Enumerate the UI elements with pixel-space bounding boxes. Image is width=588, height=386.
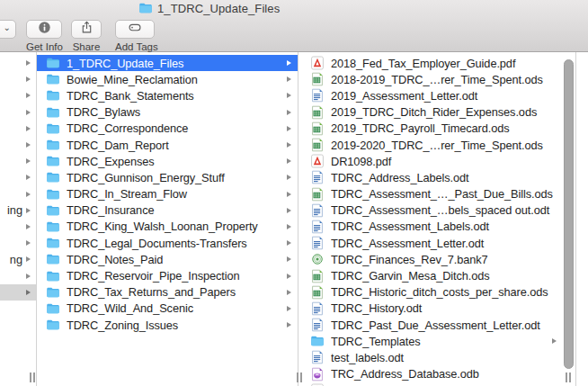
parent-folder-row[interactable] [0, 87, 36, 103]
parent-folder-row[interactable] [0, 169, 36, 185]
folder-row[interactable]: TDRC_Bylaws [37, 104, 298, 121]
add-tags-button[interactable] [115, 20, 155, 39]
file-name: TDRC_History.odt [331, 301, 575, 315]
folder-row[interactable]: TDRC_Correspondence [37, 121, 298, 137]
folder-row[interactable]: Bowie_Mine_Reclamation [37, 71, 298, 87]
folder-icon [46, 121, 60, 136]
share-icon [80, 21, 94, 38]
parent-folder-row[interactable] [0, 267, 36, 283]
file-row[interactable] [298, 382, 575, 386]
folder-row[interactable]: TDRC_Wild_And_Scenic [37, 301, 298, 317]
chevron-right-icon [287, 224, 291, 229]
folder-row[interactable]: 1_TDRC_Update_Files [37, 55, 298, 71]
folder-icon [46, 56, 60, 70]
add-tags-label: Add Tags [115, 41, 155, 52]
folder-row[interactable]: TDRC_Zoning_Issues [37, 317, 298, 333]
file-row[interactable]: TDRC_Historic_ditch_costs_per_share.ods [298, 284, 575, 301]
file-name: 2019_TDRC_Ditch_Rider_Expenses.ods [331, 105, 575, 119]
folder-name: TDRC_Expenses [67, 155, 281, 168]
chevron-right-icon [26, 256, 31, 262]
folder-icon [46, 88, 60, 103]
chevron-right-icon [287, 306, 291, 311]
chevron-right-icon [287, 208, 291, 213]
file-row[interactable]: 2018_Fed_Tax_Employer_Guide.pdf [298, 55, 575, 71]
folder-name: TDRC_Zoning_Issues [67, 319, 281, 332]
file-name: TRC_Address_Database.odb [331, 367, 575, 381]
file-row[interactable]: TDRC_Templates [298, 333, 575, 349]
folder-name: TDRC_In_Stream_Flow [67, 187, 281, 201]
folder-name: TDRC_Reservoir_Pipe_Inspection [67, 269, 281, 283]
file-row[interactable]: 2019_TDRC_Ditch_Rider_Expenses.ods [298, 104, 575, 121]
file-row[interactable]: TDRC_Assessment_…_Past_Due_Bills.ods [298, 186, 575, 202]
chevron-right-icon [287, 110, 291, 115]
parent-folder-row[interactable] [0, 235, 36, 251]
parent-folder-name-fragment: ng [10, 253, 22, 266]
file-row[interactable]: 2018-2019_TDRC_…rer_Time_Spent.ods [298, 71, 575, 87]
chevron-right-icon [26, 274, 31, 279]
folder-row[interactable]: TDRC_King_Walsh_Loonan_Property [37, 219, 298, 235]
folder-row[interactable]: TDRC_In_Stream_Flow [37, 186, 298, 202]
parent-folder-row[interactable] [0, 186, 36, 202]
folder-name: TDRC_Correspondence [67, 121, 281, 135]
folder-name: TDRC_Notes_Paid [67, 253, 281, 266]
parent-folder-row[interactable] [0, 104, 36, 121]
chevron-right-icon [26, 110, 31, 115]
file-name: 2019_Assessment_Letter.odt [331, 89, 575, 103]
parent-folder-row[interactable] [0, 284, 36, 301]
folder-name: TDRC_Wild_And_Scenic [67, 301, 281, 315]
file-row[interactable]: 2019_TDRC_Payroll_Timecard.ods [298, 121, 575, 137]
file-row[interactable]: TDRC_Past_Due_Assessment_Letter.odt [298, 317, 575, 333]
column-resize-handle[interactable] [566, 373, 573, 382]
parent-folder-row[interactable]: ing [0, 202, 36, 219]
folder-row[interactable]: TDRC_Tax_Returns_and_Papers [37, 284, 298, 301]
chevron-right-icon [287, 142, 291, 148]
column-resize-handle[interactable] [30, 373, 37, 382]
file-row[interactable]: DR1098.pdf [298, 153, 575, 169]
folder-row[interactable]: TDRC_Notes_Paid [37, 251, 298, 267]
folder-row[interactable]: TDRC_Dam_Report [37, 137, 298, 153]
file-row[interactable]: TDRC_Assessment_Labels.odt [298, 219, 575, 235]
titlebar[interactable]: 1_TDRC_Update_Files [0, 0, 588, 18]
parent-folder-row[interactable]: ng [0, 251, 36, 267]
folder-row[interactable]: TDRC_Bank_Statements [37, 87, 298, 103]
folder-row[interactable]: TDRC_Insurance [37, 202, 298, 219]
file-row[interactable]: TDRC_History.odt [298, 301, 575, 317]
folder-row[interactable]: TDRC_Reservoir_Pipe_Inspection [37, 267, 298, 283]
folder-row[interactable]: TDRC_Expenses [37, 153, 298, 169]
finder-window: 1_TDRC_Update_Files ⌄ th Get Info [0, 0, 588, 386]
file-row[interactable]: TDRC_Assessment_…bels_spaced out.odt [298, 202, 575, 219]
parent-folder-row[interactable] [0, 137, 36, 153]
files-column: 2018_Fed_Tax_Employer_Guide.pdf2018-2019… [298, 52, 576, 386]
odt-icon [310, 350, 325, 364]
parent-folder-row[interactable] [0, 121, 36, 137]
toolbar-partial-button[interactable]: ⌄ [0, 20, 16, 39]
file-name: TDRC_Historic_ditch_costs_per_share.ods [331, 285, 575, 299]
pdf-icon [310, 56, 325, 70]
file-name: TDRC_Assessment_Labels.odt [331, 220, 575, 233]
file-name: TDRC_Assessment_…bels_spaced out.odt [331, 203, 575, 217]
parent-folder-row[interactable] [0, 55, 36, 71]
file-row[interactable]: 2019-2020_TDRC_…rer_Time_Spent.ods [298, 137, 575, 153]
vertical-scrollbar-thumb[interactable] [564, 59, 574, 369]
file-row[interactable]: test_labels.odt [298, 349, 575, 365]
folder-row[interactable]: TDRC_Gunnison_Energy_Stuff [37, 169, 298, 185]
odt-icon [310, 220, 325, 234]
parent-folder-row[interactable] [0, 219, 36, 235]
file-row[interactable]: TDRC_Garvin_Mesa_Ditch.ods [298, 267, 575, 283]
parent-folder-row[interactable] [0, 153, 36, 169]
file-row[interactable]: TDRC_Assessment_Letter.odt [298, 235, 575, 251]
file-row[interactable]: TDRC_Address_Labels.odt [298, 169, 575, 185]
column-resize-handle[interactable] [297, 373, 304, 382]
chevron-right-icon [287, 60, 291, 66]
file-row[interactable]: TDRC_Finances_Rev_7.bank7 [298, 251, 575, 267]
folder-row[interactable]: TDRC_Legal_Documents-Transfers [37, 235, 298, 251]
file-row[interactable]: TRC_Address_Database.odb [298, 366, 575, 382]
folder-icon [46, 170, 60, 184]
get-info-button[interactable] [26, 20, 62, 39]
parent-folder-row[interactable] [0, 71, 36, 87]
file-name: TDRC_Assessment_Letter.odt [331, 237, 575, 250]
file-row[interactable]: 2019_Assessment_Letter.odt [298, 87, 575, 103]
chevron-right-icon [287, 158, 291, 164]
chevron-right-icon [287, 175, 291, 180]
share-button[interactable] [71, 20, 102, 39]
